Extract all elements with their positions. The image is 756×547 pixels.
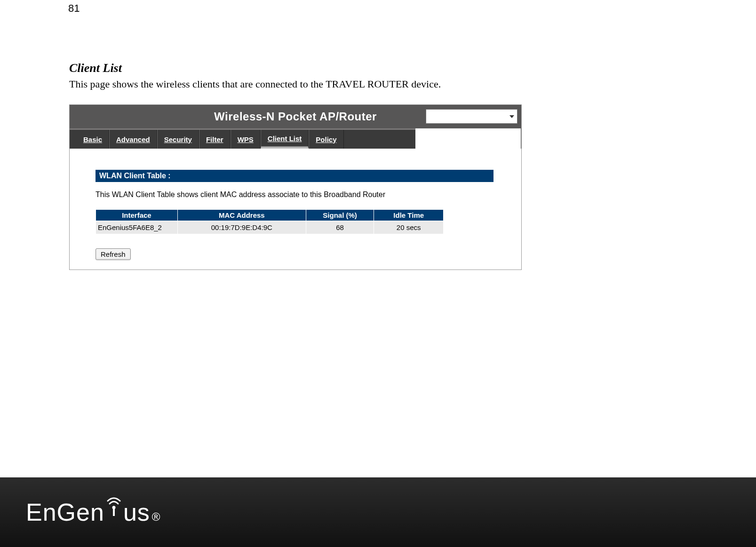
cell-signal: 68 bbox=[306, 221, 374, 234]
tab-policy[interactable]: Policy bbox=[309, 130, 343, 149]
col-idle: Idle Time bbox=[374, 210, 444, 221]
table-row: EnGenius5FA6E8_2 00:19:7D:9E:D4:9C 68 20… bbox=[96, 221, 444, 234]
page-number: 81 bbox=[68, 2, 80, 15]
svg-rect-1 bbox=[113, 508, 115, 516]
tab-security[interactable]: Security bbox=[157, 130, 199, 149]
router-tabbar: Basic Advanced Security Filter WPS Clien… bbox=[70, 128, 415, 149]
cell-mac: 00:19:7D:9E:D4:9C bbox=[177, 221, 306, 234]
router-screenshot: Wireless-N Pocket AP/Router AP Router Mo… bbox=[69, 104, 522, 270]
mode-select[interactable]: AP Router Mode bbox=[426, 109, 517, 124]
refresh-button[interactable]: Refresh bbox=[95, 248, 131, 260]
cell-idle: 20 secs bbox=[374, 221, 444, 234]
mode-select-value: AP Router Mode bbox=[429, 112, 481, 120]
content-block: Client List This page shows the wireless… bbox=[69, 61, 587, 270]
cell-interface: EnGenius5FA6E8_2 bbox=[96, 221, 178, 234]
panel-heading: WLAN Client Table : bbox=[95, 170, 493, 182]
wifi-icon bbox=[104, 495, 123, 517]
router-panel: WLAN Client Table : This WLAN Client Tab… bbox=[70, 149, 521, 270]
registered-icon: ® bbox=[152, 510, 161, 523]
chevron-down-icon bbox=[509, 115, 514, 118]
section-title: Client List bbox=[69, 61, 587, 75]
client-table: Interface MAC Address Signal (%) Idle Ti… bbox=[95, 209, 444, 234]
tab-filter[interactable]: Filter bbox=[199, 130, 231, 149]
table-description: This WLAN Client Table shows client MAC … bbox=[95, 190, 521, 199]
tab-client-list[interactable]: Client List bbox=[261, 130, 309, 149]
page-footer: EnGen us® bbox=[0, 477, 756, 547]
col-interface: Interface bbox=[96, 210, 178, 221]
router-titlebar: Wireless-N Pocket AP/Router AP Router Mo… bbox=[70, 105, 521, 128]
col-mac: MAC Address bbox=[177, 210, 306, 221]
col-signal: Signal (%) bbox=[306, 210, 374, 221]
tab-basic[interactable]: Basic bbox=[77, 130, 109, 149]
table-header-row: Interface MAC Address Signal (%) Idle Ti… bbox=[96, 210, 444, 221]
section-description: This page shows the wireless clients tha… bbox=[69, 78, 587, 90]
brand-logo: EnGen us® bbox=[26, 498, 161, 526]
tab-advanced[interactable]: Advanced bbox=[109, 130, 157, 149]
tab-wps[interactable]: WPS bbox=[231, 130, 261, 149]
